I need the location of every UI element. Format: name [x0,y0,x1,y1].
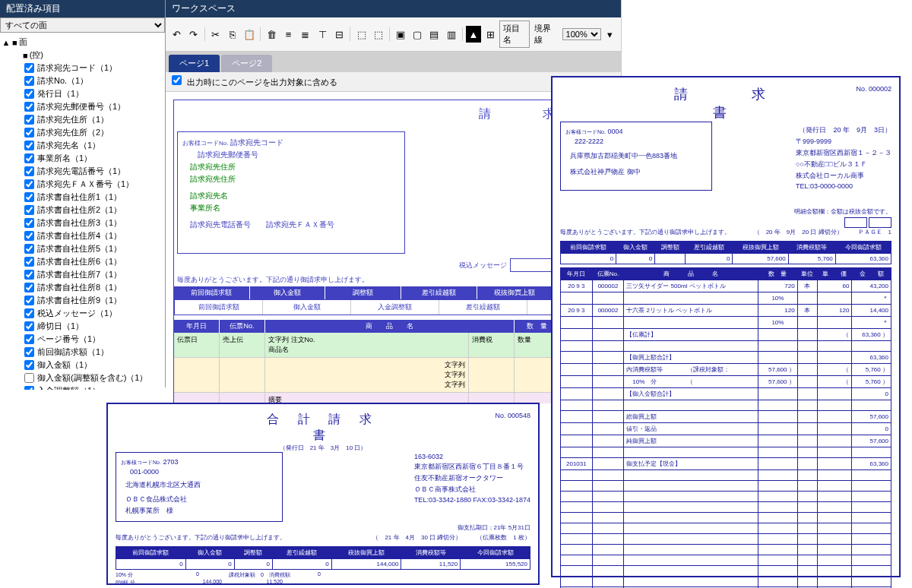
tree-item[interactable]: ページ番号（1） [2,333,163,346]
item-tree: ▲ ■ 面 ■(控) 請求宛先コード（1）請求No.（1）発行日（1）請求宛先郵… [0,33,165,390]
item-checkbox[interactable] [24,308,34,318]
item-checkbox[interactable] [24,63,34,73]
tab-page1[interactable]: ページ1 [169,55,220,72]
tree-sub: ■(控) [2,49,163,62]
align-left-icon[interactable]: ≡ [280,26,296,43]
customer-address: お客様コードNo. 2703 001-0000 北海道札幌市北区大通西 ＯＢＣ食… [116,452,283,522]
detail-table: 年月日伝票No.商 品 名数 量単位単 価金 額 20 9 3000002三ツ矢… [560,267,891,588]
tree-item[interactable]: 請求書自社住所8（1） [2,281,163,294]
placed-items-panel: 配置済み項目 すべての面 ▲ ■ 面 ■(控) 請求宛先コード（1）請求No.（… [0,0,166,387]
item-checkbox[interactable] [24,257,34,267]
summary-table: 前回御請求額御入金額調整額差引繰越額税抜御買上額消費税額等今回御請求額 0000… [116,546,530,570]
tree-item[interactable]: 請求宛先ＦＡＸ番号（1） [2,178,163,191]
panel-title: 配置済み項目 [0,0,165,17]
tree-item[interactable]: 御入金額（1） [2,359,163,371]
back-icon[interactable]: ▢ [410,26,425,43]
forward-icon[interactable]: ▤ [426,26,442,43]
collapse-icon[interactable]: ▲ [2,38,11,47]
tree-item[interactable]: 締切日（1） [2,320,163,333]
zoom-select[interactable]: 100% [562,28,601,40]
border-label: 境界線 [531,23,560,46]
tree-item[interactable]: 請求書自社住所5（1） [2,242,163,255]
tree-item[interactable]: 請求書自社住所9（1） [2,294,163,307]
item-checkbox[interactable] [24,205,34,215]
item-checkbox[interactable] [24,102,34,112]
item-checkbox[interactable] [24,76,34,86]
tree-item[interactable]: 請求書自社住所6（1） [2,255,163,268]
item-checkbox[interactable] [24,218,34,228]
item-checkbox[interactable] [24,192,34,202]
page-tabs: ページ1 ページ2 [166,52,621,72]
redo-icon[interactable]: ↷ [185,26,201,43]
align-top-icon[interactable]: ⊤ [315,26,330,43]
tree-item[interactable]: 請求宛先電話番号（1） [2,165,163,178]
item-checkbox[interactable] [24,115,34,125]
delete-icon[interactable]: 🗑 [264,26,279,43]
item-checkbox[interactable] [24,128,34,138]
customer-address: お客様コードNo. 0004 222-2222 兵庫県加古郡稲美町中一色883番… [560,122,712,191]
chevron-down-icon[interactable]: ▾ [603,26,618,43]
item-checkbox[interactable] [24,283,34,292]
workspace-title: ワークスペース [166,0,621,17]
item-checkbox[interactable] [24,386,34,390]
item-checkbox[interactable] [24,334,34,344]
item-checkbox[interactable] [24,296,34,305]
front-icon[interactable]: ▣ [393,26,408,43]
sender-address: 163-6032 東京都新宿区西新宿６丁目８番１号 住友不動産新宿オークタワー … [414,452,530,522]
tree-item[interactable]: 請求書自社住所4（1） [2,229,163,242]
item-checkbox[interactable] [24,179,34,189]
item-checkbox[interactable] [24,347,34,357]
item-checkbox[interactable] [24,321,34,331]
tree-item[interactable]: 御入金額(調整額を含む)（1） [2,371,163,384]
item-checkbox[interactable] [24,373,34,383]
cut-icon[interactable]: ✂ [207,26,223,43]
item-checkbox[interactable] [24,360,34,370]
tree-item[interactable]: 請求宛先コード（1） [2,62,163,74]
invoice-preview-summary: 合 計 請 求 書 （発行日 21 年 3月 10 日） No. 000548 … [106,403,540,585]
toolbar: ↶ ↷ ✂ ⎘ 📋 🗑 ≡ ≣ ⊤ ⊟ ⬚ ⬚ ▣ ▢ ▤ ▥ ▲ ⊞ 項目名 … [166,17,621,52]
backward-icon[interactable]: ▥ [444,26,459,43]
align-center-icon[interactable]: ≣ [298,26,313,43]
sender-address: （発行日 20 年 9月 3日） 〒999-9999 東京都新宿区西新宿１－２－… [796,122,891,191]
face-dropdown[interactable]: すべての面 [0,17,165,33]
tree-item[interactable]: 請求No.（1） [2,74,163,87]
tree-item[interactable]: 請求書自社住所7（1） [2,268,163,281]
item-checkbox[interactable] [24,89,34,99]
height-icon[interactable]: ⬚ [371,26,386,43]
tab-page2[interactable]: ページ2 [221,55,272,72]
tree-item[interactable]: 請求宛先住所（1） [2,113,163,126]
address-box[interactable]: お客様コードNo. 請求宛先コード 請求宛先郵便番号 請求宛先住所 請求宛先住所… [177,131,405,254]
tree-item[interactable]: 請求書自社住所2（1） [2,204,163,217]
item-checkbox[interactable] [24,244,34,254]
tree-item[interactable]: 請求宛先住所（2） [2,126,163,139]
grid-icon[interactable]: ⊞ [483,26,498,43]
tree-item[interactable]: 請求書自社住所1（1） [2,191,163,204]
item-checkbox[interactable] [24,153,34,163]
tree-item[interactable]: 請求宛先郵便番号（1） [2,100,163,113]
distribute-icon[interactable]: ⊟ [331,26,347,43]
paste-icon[interactable]: 📋 [242,26,257,43]
tree-item[interactable]: 発行日（1） [2,87,163,100]
tree-root[interactable]: ▲ ■ 面 [2,36,163,49]
width-icon[interactable]: ⬚ [353,26,369,43]
include-page-checkbox[interactable] [172,75,182,85]
tree-item[interactable]: 請求宛先名（1） [2,139,163,152]
copy-icon[interactable]: ⎘ [225,26,240,43]
undo-icon[interactable]: ↶ [169,26,184,43]
item-checkbox[interactable] [24,166,34,176]
item-checkbox[interactable] [24,231,34,241]
tree-item[interactable]: 請求書自社住所3（1） [2,217,163,229]
tree-item[interactable]: 事業所名（1） [2,152,163,165]
item-checkbox[interactable] [24,141,34,150]
summary-table: 前回御請求額御入金額調整額差引繰越額税抜御買上額消費税額等今回御請求額 0005… [560,241,891,264]
item-name-toggle[interactable]: 項目名 [499,21,530,48]
tree-item[interactable]: 入金調整額（1） [2,384,163,390]
image-icon[interactable]: ▲ [466,26,481,43]
invoice-preview-detail: 請 求 書 No. 000002 お客様コードNo. 0004 222-2222… [551,76,901,577]
tree-item[interactable]: 前回御請求額（1） [2,346,163,359]
item-checkbox[interactable] [24,270,34,280]
tree-item[interactable]: 税込メッセージ（1） [2,307,163,320]
